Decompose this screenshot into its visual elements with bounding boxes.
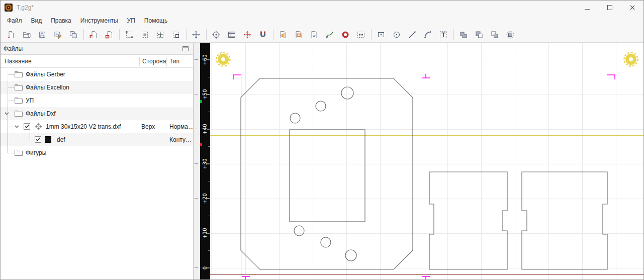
ruler-label: +50: [202, 89, 208, 100]
pad-array-button[interactable]: [354, 28, 367, 41]
save-file-button[interactable]: [36, 28, 49, 41]
pad-array-icon: [356, 30, 365, 39]
polygon-xor-icon: [490, 30, 499, 39]
float-panel-button[interactable]: [181, 45, 190, 53]
folder-icon: [15, 149, 23, 156]
menu-help[interactable]: Помощь: [140, 16, 172, 26]
draw-rectangle-button[interactable]: [375, 28, 388, 41]
main-toolbar: [1, 27, 643, 43]
copper-layer-icon: [294, 30, 303, 39]
toolbar-separator: [273, 29, 273, 40]
files-panel: Файлы Название Сторона Тип Файлы Gerber …: [1, 43, 194, 279]
tree-row-shapes-folder[interactable]: Фигуры: [1, 146, 193, 159]
title-bar: T.g2g*: [1, 1, 643, 15]
spline-tool-button[interactable]: [323, 28, 336, 41]
vertical-ruler: +60 +50 +40 +30 +20 +10 0: [200, 43, 210, 279]
zoom-extents-button[interactable]: [154, 28, 167, 41]
tree-branch-line: [8, 127, 13, 127]
save-all-button[interactable]: [67, 28, 80, 41]
polygon-xor-button[interactable]: [488, 28, 501, 41]
set-origin-icon: [212, 30, 221, 39]
visibility-checkbox[interactable]: [35, 136, 41, 143]
spline-tool-icon: [325, 30, 334, 39]
mirror-layer-button[interactable]: [277, 28, 290, 41]
tree-branch-line: [8, 153, 14, 153]
ruler-label: +60: [202, 54, 208, 65]
new-document-button[interactable]: [5, 28, 18, 41]
tree-row-gerber-folder[interactable]: Файлы Gerber: [1, 68, 193, 81]
ruler-outer-ticks: [195, 59, 198, 268]
menu-file[interactable]: Файл: [3, 16, 27, 26]
polygon-outline-button[interactable]: [504, 28, 517, 41]
save-all-icon: [69, 30, 78, 39]
minimize-icon: [585, 5, 590, 10]
select-rect-icon: [125, 30, 134, 39]
import-file-button[interactable]: [87, 28, 100, 41]
save-as-button[interactable]: [51, 28, 64, 41]
column-type[interactable]: Тип: [169, 58, 179, 65]
draw-circle-button[interactable]: [390, 28, 403, 41]
zoom-extents-icon: [156, 30, 165, 39]
tree-branch-line: [30, 133, 30, 140]
canvas-viewport[interactable]: +60 +50 +40 +30 +20 +10 0: [200, 43, 643, 279]
select-rect-button[interactable]: [123, 28, 136, 41]
expand-chevron-icon[interactable]: [5, 112, 9, 115]
pan-view-button[interactable]: [190, 28, 203, 41]
toolbar-separator: [206, 29, 207, 40]
tree-branch-line: [8, 74, 14, 75]
close-button[interactable]: [621, 1, 643, 15]
tree-branch-line: [30, 140, 34, 140]
tree-item-label: Файлы Dxf: [26, 110, 55, 117]
column-side[interactable]: Сторона: [142, 58, 166, 65]
tree-item-label: Файлы Gerber: [26, 71, 65, 78]
column-separator[interactable]: [166, 57, 167, 66]
column-name[interactable]: Название: [5, 58, 32, 65]
position-tool-button[interactable]: [241, 28, 254, 41]
polygon-union-button[interactable]: [457, 28, 470, 41]
draw-text-button[interactable]: [437, 28, 450, 41]
ruler-green-marker: [200, 100, 202, 103]
column-separator[interactable]: [139, 57, 140, 66]
folder-icon: [15, 97, 23, 104]
close-file-button[interactable]: [103, 28, 116, 41]
draw-line-button[interactable]: [406, 28, 419, 41]
tree-row-excellon-folder[interactable]: Файлы Excellon: [1, 81, 193, 94]
menu-edit[interactable]: Правка: [46, 16, 76, 26]
donut-pad-button[interactable]: [339, 28, 352, 41]
draw-text-icon: [439, 30, 448, 39]
draw-line-icon: [408, 30, 417, 39]
panel-splitter[interactable]: [194, 43, 200, 279]
tree-row-cnc-folder[interactable]: УП: [1, 94, 193, 107]
ruler-label: 0: [202, 266, 208, 269]
menu-cnc[interactable]: УП: [123, 16, 140, 26]
menu-view[interactable]: Вид: [27, 16, 47, 26]
maximize-button[interactable]: [598, 1, 621, 15]
zoom-selection-button[interactable]: [169, 28, 182, 41]
expand-chevron-icon[interactable]: [15, 125, 19, 128]
menu-bar: Файл Вид Правка Инструменты УП Помощь: [1, 15, 643, 27]
registration-icon: [35, 123, 42, 130]
window-title: T.g2g*: [17, 4, 576, 11]
layer-color-swatch[interactable]: [45, 136, 51, 143]
zoom-window-button[interactable]: [138, 28, 151, 41]
ruler-red-marker: [200, 143, 202, 146]
set-origin-button[interactable]: [210, 28, 223, 41]
open-file-button[interactable]: [20, 28, 33, 41]
tree-row-dxf-folder[interactable]: Файлы Dxf: [1, 107, 193, 120]
tree-item-label: Фигуры: [26, 149, 46, 156]
polygon-union-icon: [459, 30, 468, 39]
folder-icon: [15, 110, 23, 117]
polygon-subtract-button[interactable]: [473, 28, 486, 41]
snap-magnet-button[interactable]: [256, 28, 269, 41]
ruler-label: +10: [202, 228, 208, 238]
tree-row-dxf-file[interactable]: 1mm 30x15x20 V2 trans.dxf Верх Норма…: [1, 120, 193, 133]
window-controls: [576, 1, 643, 15]
minimize-button[interactable]: [576, 1, 598, 15]
draw-rectangle-icon: [377, 30, 386, 39]
draw-arc-button[interactable]: [421, 28, 434, 41]
job-table-button[interactable]: [225, 28, 238, 41]
copper-layer-button[interactable]: [292, 28, 305, 41]
visibility-checkbox[interactable]: [24, 123, 30, 130]
drill-layer-button[interactable]: [308, 28, 321, 41]
menu-tools[interactable]: Инструменты: [76, 16, 123, 26]
